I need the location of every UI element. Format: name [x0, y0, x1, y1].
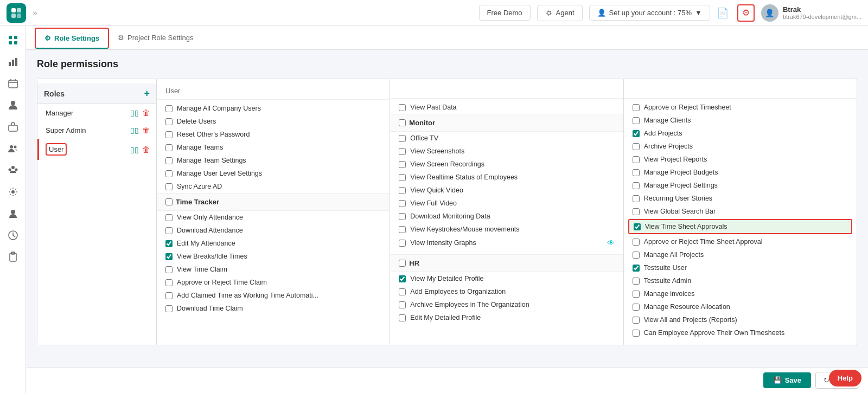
perm-checkbox[interactable]	[633, 169, 640, 176]
perm-checkbox[interactable]	[399, 240, 406, 247]
tab-project-role-settings[interactable]: ⚙ Project Role Settings	[109, 28, 202, 48]
perm-label: View My Detailed Profile	[410, 275, 483, 282]
perm-item: View Time Claim	[157, 263, 390, 276]
perm-checkbox[interactable]	[165, 131, 173, 138]
timetracker-section-checkbox[interactable]	[165, 198, 173, 205]
perm-checkbox[interactable]	[633, 330, 640, 337]
role-copy-superadmin[interactable]: ▯▯	[130, 126, 139, 134]
help-button[interactable]: Help	[829, 370, 861, 386]
user-avatar[interactable]: 👤 Btrak btrak670-development@gm...	[761, 4, 861, 22]
agent-button[interactable]: ⛭ Agent	[537, 5, 583, 21]
perm-checkbox[interactable]	[633, 239, 640, 246]
perm-checkbox[interactable]	[399, 174, 406, 181]
sidebar-icon-clipboard[interactable]	[3, 247, 23, 267]
perm-checkbox[interactable]	[399, 104, 406, 111]
add-role-button[interactable]: +	[144, 88, 150, 99]
setup-button[interactable]: 👤 Set up your account : 75% ▼	[589, 5, 710, 21]
svg-point-23	[11, 210, 15, 214]
role-item-manager[interactable]: Manager ▯▯ 🗑	[37, 104, 156, 121]
perm-checkbox[interactable]	[165, 305, 173, 312]
perm-checkbox[interactable]	[165, 266, 173, 273]
perm-checkbox[interactable]	[633, 195, 640, 202]
perm-checkbox[interactable]	[399, 301, 406, 308]
perm-checkbox[interactable]	[399, 314, 406, 321]
perm-item: View Full Video	[390, 197, 623, 210]
perm-checkbox[interactable]	[165, 240, 173, 247]
perm-checkbox[interactable]	[633, 117, 640, 124]
perm-checkbox[interactable]	[165, 144, 173, 151]
expand-icon[interactable]: »	[33, 8, 37, 18]
hr-section-checkbox[interactable]	[399, 260, 406, 267]
perm-checkbox[interactable]	[399, 275, 406, 282]
free-demo-button[interactable]: Free Demo	[479, 5, 531, 21]
save-button[interactable]: 💾 Save	[763, 372, 811, 388]
role-copy-user[interactable]: ▯▯	[130, 145, 139, 154]
perm-checkbox[interactable]	[633, 304, 640, 311]
role-delete-user[interactable]: 🗑	[142, 145, 150, 154]
perm-checkbox[interactable]	[633, 130, 640, 137]
perm-checkbox[interactable]	[633, 182, 640, 189]
perm-checkbox[interactable]	[633, 278, 640, 285]
tab-role-settings[interactable]: ⚙ Role Settings	[35, 28, 109, 49]
perm-checkbox[interactable]	[165, 157, 173, 164]
perm-checkbox[interactable]	[399, 135, 406, 142]
perm-checkbox[interactable]	[165, 227, 173, 234]
perm-checkbox[interactable]	[634, 223, 641, 230]
perm-checkbox[interactable]	[165, 253, 173, 260]
sidebar-icon-clock[interactable]	[3, 226, 23, 245]
perm-checkbox[interactable]	[165, 292, 173, 299]
perm-checkbox[interactable]	[399, 200, 406, 207]
role-copy-manager[interactable]: ▯▯	[130, 108, 139, 117]
sidebar-icon-group[interactable]	[3, 160, 23, 180]
role-delete-superadmin[interactable]: 🗑	[142, 126, 150, 134]
perm-checkbox[interactable]	[633, 265, 640, 272]
document-icon[interactable]: 📄	[717, 7, 729, 19]
perm-label: Edit My Detailed Profile	[410, 314, 481, 321]
gear-tab-icon: ⚙	[44, 34, 51, 42]
perm-checkbox[interactable]	[165, 170, 173, 177]
monitor-section-checkbox[interactable]	[399, 119, 406, 126]
perm-checkbox[interactable]	[399, 161, 406, 168]
eye-icon: 👁	[607, 239, 615, 247]
perm-checkbox[interactable]	[399, 226, 406, 233]
role-item-superadmin[interactable]: Super Admin ▯▯ 🗑	[37, 121, 156, 139]
svg-point-20	[8, 169, 11, 171]
perm-checkbox[interactable]	[633, 208, 640, 215]
perm-item: Approve or Reject Time Claim	[157, 276, 390, 289]
perm-checkbox[interactable]	[633, 104, 640, 111]
roles-panel: Roles + Manager ▯▯ 🗑 Super Admin ▯▯	[37, 79, 157, 345]
perm-label: Testsuite Admin	[644, 277, 692, 285]
role-delete-manager[interactable]: 🗑	[142, 108, 150, 117]
perm-checkbox[interactable]	[399, 288, 406, 295]
perm-label: Recurring User Stories	[644, 195, 712, 202]
perm-checkbox[interactable]	[165, 214, 173, 221]
perm-checkbox[interactable]	[633, 252, 640, 259]
perm-checkbox[interactable]	[165, 183, 173, 190]
role-name-user: User	[46, 143, 67, 156]
perm-label: View All and Projects (Reports)	[644, 316, 737, 324]
sidebar-icon-people[interactable]	[3, 139, 23, 158]
sidebar-icon-person[interactable]	[3, 95, 23, 115]
perm-checkbox[interactable]	[633, 156, 640, 163]
perm-checkbox[interactable]	[633, 291, 640, 298]
perm-checkbox[interactable]	[165, 118, 173, 125]
perm-checkbox[interactable]	[165, 105, 173, 112]
sidebar-icon-home[interactable]	[3, 30, 23, 50]
perm-checkbox[interactable]	[633, 317, 640, 324]
sidebar-icon-calendar[interactable]	[3, 74, 23, 93]
perm-checkbox[interactable]	[165, 279, 173, 286]
sidebar-icon-briefcase[interactable]	[3, 117, 23, 137]
role-item-user[interactable]: User ▯▯ 🗑	[37, 139, 156, 160]
tab-role-settings-label: Role Settings	[54, 34, 99, 42]
perm-checkbox[interactable]	[399, 213, 406, 220]
perm-checkbox[interactable]	[633, 143, 640, 150]
sidebar-icon-user2[interactable]	[3, 204, 23, 223]
perm-checkbox[interactable]	[399, 148, 406, 155]
sidebar-icon-settings[interactable]	[3, 182, 23, 202]
logo[interactable]	[7, 3, 26, 23]
perm-checkbox[interactable]	[399, 187, 406, 194]
sidebar-icon-chart[interactable]	[3, 52, 23, 72]
gear-topnav-icon[interactable]: ⚙	[737, 4, 755, 22]
timetracker-label: Time Tracker	[176, 198, 219, 206]
agent-label: Agent	[556, 9, 575, 17]
